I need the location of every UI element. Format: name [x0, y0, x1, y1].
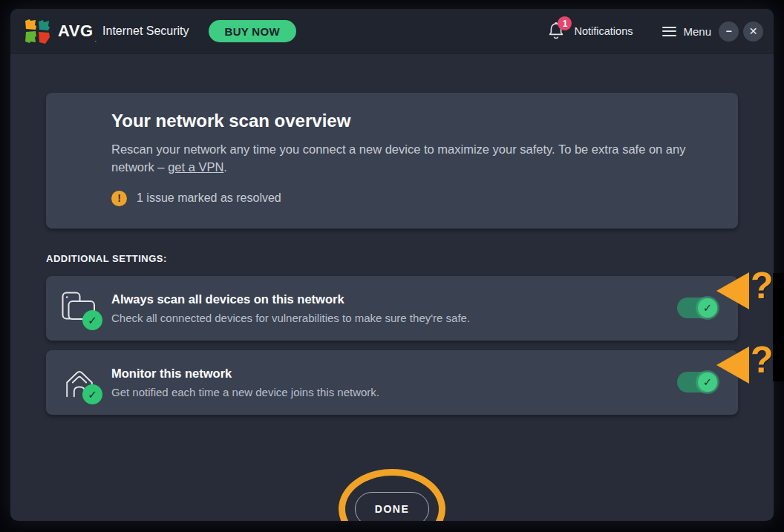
product-name: Internet Security — [102, 24, 189, 38]
toggle-knob-check-icon: ✓ — [698, 372, 717, 392]
warning-icon: ! — [111, 191, 127, 206]
devices-icon: ✓ — [62, 292, 96, 324]
notifications-label: Notifications — [574, 25, 633, 37]
setting-icon-area: ✓ — [46, 292, 111, 324]
setting-text: Always scan all devices on this network … — [111, 292, 677, 324]
setting-row-scan-devices: ✓ Always scan all devices on this networ… — [46, 276, 738, 341]
enabled-check-badge: ✓ — [82, 310, 102, 330]
arrow-annotation-bottom — [716, 347, 749, 384]
issue-status-row: ! 1 issue marked as resolved — [111, 191, 708, 206]
brand-name: AVG — [58, 22, 94, 41]
brand-trademark: . — [95, 36, 97, 43]
hamburger-icon — [662, 27, 676, 36]
scan-overview-card: Your network scan overview Rescan your n… — [46, 93, 738, 229]
question-mark-annotation-top: ? — [751, 267, 774, 304]
main-content: Your network scan overview Rescan your n… — [10, 93, 774, 521]
edge-artifact-strip — [773, 273, 784, 381]
titlebar: AVG . Internet Security BUY NOW 1 Notifi… — [10, 9, 774, 53]
footer-actions: DONE — [46, 461, 738, 521]
page-title: Your network scan overview — [111, 111, 708, 131]
setting-title: Always scan all devices on this network — [111, 292, 677, 306]
enabled-check-badge: ✓ — [82, 384, 102, 404]
bell-icon: 1 — [547, 22, 565, 41]
setting-icon-area: ✓ — [46, 366, 111, 398]
issue-status-text: 1 issue marked as resolved — [137, 191, 281, 205]
setting-row-monitor-network: ✓ Monitor this network Get notified each… — [46, 350, 738, 415]
toggle-monitor-network[interactable]: ✓ — [677, 372, 718, 393]
setting-description: Check all connected devices for vulnerab… — [111, 312, 677, 324]
setting-description: Get notified each time a new device join… — [111, 386, 677, 398]
app-window: AVG . Internet Security BUY NOW 1 Notifi… — [10, 9, 774, 521]
done-button[interactable]: DONE — [355, 492, 429, 521]
avg-logo-icon — [24, 17, 52, 45]
close-button[interactable]: ✕ — [743, 22, 763, 42]
toggle-knob-check-icon: ✓ — [698, 298, 717, 318]
arrow-annotation-top — [716, 272, 749, 309]
menu-button[interactable]: Menu — [662, 25, 711, 38]
toggle-scan-all-devices[interactable]: ✓ — [677, 298, 718, 318]
buy-now-button[interactable]: BUY NOW — [209, 20, 296, 42]
additional-settings-label: ADDITIONAL SETTINGS: — [46, 253, 738, 264]
minimize-button[interactable]: − — [719, 22, 739, 42]
setting-title: Monitor this network — [111, 367, 677, 381]
get-vpn-link[interactable]: get a VPN — [168, 160, 223, 174]
notification-count-badge: 1 — [558, 16, 572, 30]
house-icon: ✓ — [62, 366, 96, 398]
titlebar-right: 1 Notifications Menu − ✕ — [547, 22, 763, 42]
setting-text: Monitor this network Get notified each t… — [111, 367, 677, 398]
description-period: . — [223, 160, 227, 174]
menu-label: Menu — [683, 25, 711, 38]
overview-description: Rescan your network any time you connect… — [111, 141, 705, 177]
notifications-button[interactable]: 1 Notifications — [547, 22, 633, 41]
question-mark-annotation-bottom: ? — [751, 341, 774, 378]
